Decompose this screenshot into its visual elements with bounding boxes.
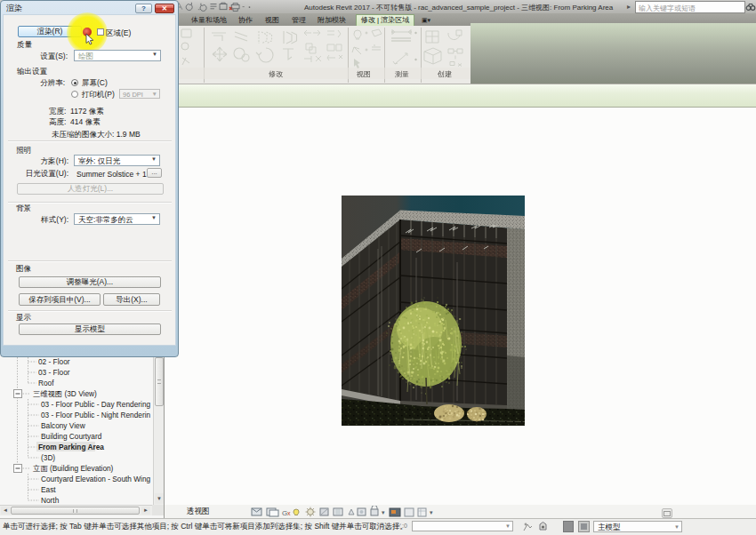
- svg-text:测量: 测量: [395, 70, 409, 78]
- svg-text:修改: 修改: [269, 70, 284, 78]
- svg-text:创建: 创建: [437, 70, 452, 78]
- svg-text:视图: 视图: [356, 70, 371, 78]
- svg-text:▾: ▾: [430, 509, 433, 515]
- svg-text:▾: ▾: [382, 509, 385, 515]
- svg-text:x: x: [287, 510, 291, 516]
